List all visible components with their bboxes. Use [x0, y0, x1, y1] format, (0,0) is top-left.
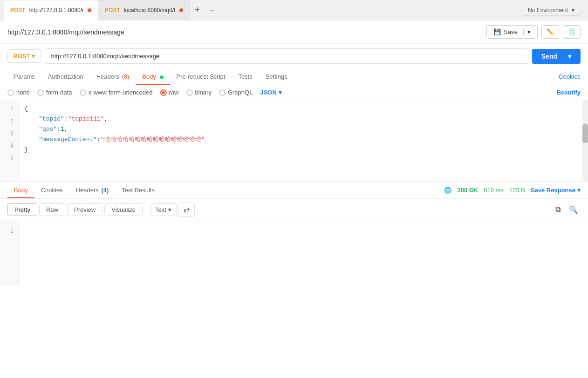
send-dropdown-icon[interactable]: ▾	[563, 53, 571, 60]
view-raw-button[interactable]: Raw	[39, 203, 65, 216]
resp-content[interactable]	[19, 221, 588, 286]
line-number-1: 1	[0, 104, 18, 116]
radio-raw[interactable]: raw	[160, 89, 179, 96]
tab-2-dot	[179, 8, 183, 12]
globe-icon: 🌐	[444, 187, 451, 194]
cookies-link[interactable]: Cookies	[559, 73, 581, 80]
tab-authorization-label: Authorization	[48, 73, 83, 80]
save-label: Save	[504, 28, 518, 35]
tab-prerequest-label: Pre-request Script	[177, 73, 226, 80]
radio-binary-dot	[186, 89, 193, 96]
tab-1-dot	[88, 8, 91, 12]
url-bar-section: http://127.0.0.1:8080/mqtt/sendmessage 💾…	[0, 20, 588, 44]
radio-binary[interactable]: binary	[186, 89, 212, 96]
search-button[interactable]: 🔍	[567, 203, 581, 216]
code-lines: 1 2 3 4 5 { "topic":"topic111", "qos":1,…	[0, 100, 588, 181]
text-selector[interactable]: Text ▾	[150, 203, 177, 216]
beautify-button[interactable]: Beautify	[557, 89, 581, 96]
send-button[interactable]: Send ▾	[532, 49, 581, 64]
line-number-4: 4	[0, 140, 18, 152]
resp-headers-badge: (4)	[101, 187, 109, 194]
radio-graphql-dot	[219, 89, 226, 96]
save-response-chevron-icon: ▾	[577, 187, 581, 194]
tab-settings-label: Settings	[266, 73, 287, 80]
radio-form-data-label: form-data	[46, 89, 72, 96]
text-selector-label: Text	[155, 206, 166, 213]
save-button[interactable]: 💾 Save ▾	[486, 25, 538, 39]
tab-tests[interactable]: Tests	[232, 68, 259, 85]
radio-urlencoded-label: x-www-form-urlencoded	[89, 89, 153, 96]
tab-2-url: localhost:8080/mqtt/t	[124, 7, 176, 14]
resp-tab-body[interactable]: Body	[7, 182, 34, 198]
url-input[interactable]	[45, 48, 528, 64]
headers-badge: (8)	[122, 73, 129, 80]
editor-scrollbar-thumb[interactable]	[582, 124, 588, 143]
radio-none-dot	[7, 89, 14, 96]
radio-urlencoded-dot	[80, 89, 86, 96]
view-preview-button[interactable]: Preview	[67, 203, 103, 216]
radio-none[interactable]: none	[7, 89, 30, 96]
request-title: http://127.0.0.1:8080/mqtt/sendmessage	[7, 28, 486, 36]
view-visualize-button[interactable]: Visualize	[104, 203, 143, 216]
url-bar-actions: 💾 Save ▾ ✏️ 🗒️	[486, 25, 581, 39]
text-selector-chevron-icon: ▾	[168, 206, 171, 213]
code-content[interactable]: { "topic":"topic111", "qos":1, "messageC…	[19, 100, 588, 181]
code-line-1: {	[24, 104, 582, 114]
document-button[interactable]: 🗒️	[563, 25, 581, 39]
radio-form-data[interactable]: form-data	[37, 89, 72, 96]
json-selector[interactable]: JSON ▾	[260, 89, 281, 96]
radio-graphql[interactable]: GraphQL	[219, 89, 253, 96]
send-label: Send	[541, 53, 557, 60]
resp-tab-cookies[interactable]: Cookies	[34, 182, 69, 198]
save-response-button[interactable]: Save Response ▾	[531, 187, 581, 194]
tab-bar: POST http://127.0.0.1:8080/r POST localh…	[0, 0, 588, 20]
body-active-dot	[160, 75, 164, 79]
response-time: 610 ms	[484, 187, 504, 194]
tab-1-method: POST	[10, 7, 26, 14]
method-label: POST	[14, 53, 30, 60]
response-tabs: Body Cookies Headers (4) Test Results 🌐 …	[0, 182, 588, 199]
tab-prerequest[interactable]: Pre-request Script	[170, 68, 232, 85]
more-tabs-button[interactable]: ···	[205, 0, 220, 20]
radio-raw-dot	[160, 89, 167, 96]
response-size: 123 B	[509, 187, 525, 194]
tab-params[interactable]: Params	[7, 68, 41, 85]
copy-button[interactable]: ⧉	[553, 203, 563, 216]
radio-urlencoded[interactable]: x-www-form-urlencoded	[80, 89, 153, 96]
resp-tab-test-results-label: Test Results	[122, 187, 155, 194]
resp-line-numbers: 1	[0, 221, 19, 286]
response-view-options: Pretty Raw Preview Visualize Text ▾ ⇄ ⧉ …	[0, 199, 588, 221]
method-selector[interactable]: POST ▾	[7, 49, 41, 63]
code-editor[interactable]: 1 2 3 4 5 { "topic":"topic111", "qos":1,…	[0, 100, 588, 181]
tab-authorization[interactable]: Authorization	[41, 68, 90, 85]
wrap-button[interactable]: ⇄	[178, 202, 195, 217]
save-icon: 💾	[493, 28, 501, 35]
radio-none-label: none	[16, 89, 30, 96]
line-number-5: 5	[0, 152, 18, 164]
tab-settings[interactable]: Settings	[259, 68, 294, 85]
edit-icon: ✏️	[547, 28, 554, 35]
save-dropdown-icon[interactable]: ▾	[523, 28, 531, 35]
json-chevron-icon: ▾	[279, 89, 282, 96]
resp-tab-cookies-label: Cookies	[41, 187, 63, 194]
status-code: 200 OK	[457, 187, 478, 194]
resp-tab-test-results[interactable]: Test Results	[115, 182, 161, 198]
response-icons: ⧉ 🔍	[553, 203, 581, 216]
env-chevron-icon: ▾	[572, 7, 574, 14]
add-tab-button[interactable]: +	[190, 0, 205, 20]
tab-2[interactable]: POST localhost:8080/mqtt/t	[98, 0, 190, 20]
editor-scrollbar[interactable]	[582, 100, 588, 181]
response-section: Body Cookies Headers (4) Test Results 🌐 …	[0, 181, 588, 286]
tab-1[interactable]: POST http://127.0.0.1:8080/r	[4, 0, 98, 20]
environment-selector[interactable]: No Environment ▾	[522, 5, 581, 16]
line-numbers: 1 2 3 4 5	[0, 100, 19, 181]
edit-button[interactable]: ✏️	[541, 25, 559, 39]
tab-body[interactable]: Body	[136, 68, 170, 85]
resp-tab-body-label: Body	[14, 187, 28, 194]
method-chevron-icon: ▾	[32, 53, 35, 60]
tab-headers[interactable]: Headers (8)	[90, 68, 136, 85]
view-pretty-button[interactable]: Pretty	[7, 203, 37, 216]
resp-tab-headers[interactable]: Headers (4)	[69, 182, 116, 198]
radio-binary-label: binary	[195, 89, 212, 96]
response-body: 1	[0, 221, 588, 286]
